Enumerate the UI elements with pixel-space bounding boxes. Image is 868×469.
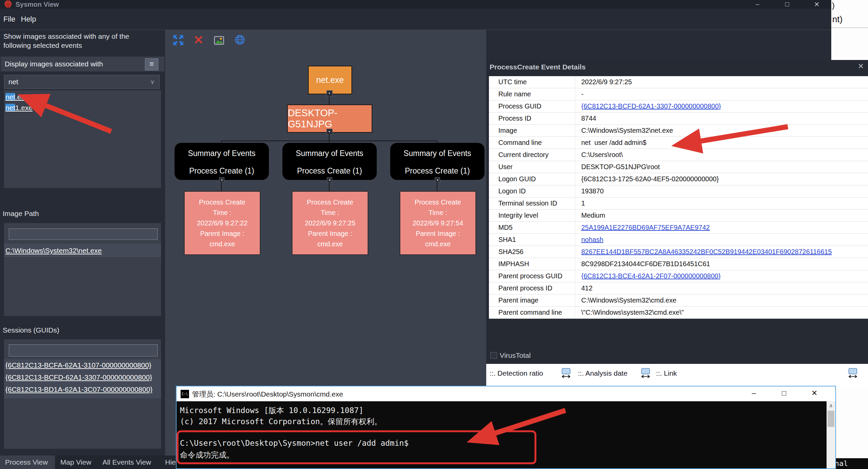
- row-value-link[interactable]: {6C812C13-BCFD-62A1-3307-000000000800}: [581, 100, 721, 112]
- cmd-scrollbar[interactable]: ∧: [827, 401, 835, 468]
- table-row: MD525A199A1E2276BD69AF75EF9A7AE9742: [489, 222, 868, 234]
- column-splitter-icon[interactable]: [641, 368, 651, 378]
- row-label: User: [498, 161, 575, 173]
- col-detection-ratio[interactable]: ::. Detection ratio: [490, 369, 543, 377]
- col-analysis-date[interactable]: ::. Analysis date: [578, 369, 627, 377]
- table-row: IMPHASH8C9298DF2134044CF6DE7B1D16451C61: [489, 258, 868, 270]
- tree-edge: [329, 134, 330, 141]
- row-label: Parent process ID: [498, 282, 575, 294]
- summary-title: Summary of Events: [390, 149, 485, 158]
- summary-count: Process Create (1): [390, 166, 485, 176]
- row-value: 193870: [581, 185, 604, 197]
- image-list-panel: net.exe net1.exe: [4, 90, 161, 188]
- row-label: SHA256: [498, 246, 575, 258]
- row-value: C:\Windows\System32\cmd.exe: [581, 294, 676, 306]
- app-maximize-button[interactable]: □: [780, 0, 794, 8]
- globe-icon[interactable]: [235, 34, 245, 45]
- tab-hierarchy-view[interactable]: Hie: [165, 458, 176, 466]
- image-link-rest: 1.exe: [15, 104, 32, 112]
- col-link[interactable]: ::. Link: [656, 369, 677, 377]
- tab-all-events-view[interactable]: All Events View: [102, 458, 151, 466]
- background-terminal-fragment: nal: [831, 458, 868, 469]
- row-value: 8744: [581, 113, 596, 124]
- virustotal-checkbox[interactable]: [490, 352, 497, 359]
- event-parent: cmd.exe: [400, 239, 475, 249]
- display-images-label: Display images associated with: [5, 60, 103, 68]
- tree-edge: [437, 182, 437, 191]
- summary-node[interactable]: Summary of Events Process Create (1): [282, 143, 377, 180]
- menu-file[interactable]: File: [3, 15, 15, 24]
- clear-x-icon[interactable]: ✕: [193, 33, 204, 47]
- cmd-close-button[interactable]: ✕: [808, 389, 821, 398]
- details-close-icon[interactable]: ✕: [858, 62, 864, 71]
- row-label: Parent image: [498, 294, 575, 306]
- menu-lines-icon: ≡: [150, 60, 154, 68]
- session-guid-link[interactable]: {6C812C13-BCFA-62A1-3107-000000000800}: [5, 361, 151, 369]
- image-filter-dropdown[interactable]: net ∨: [4, 75, 160, 89]
- expand-all-icon[interactable]: [173, 34, 184, 46]
- sessions-input[interactable]: [9, 344, 158, 356]
- image-link-net-exe[interactable]: net.exe: [5, 93, 29, 101]
- background-text-fragment: nt): [832, 14, 842, 25]
- tree-edge: [221, 182, 222, 191]
- image-icon[interactable]: [214, 35, 224, 46]
- connector: [327, 177, 332, 183]
- row-label: IMPHASH: [498, 258, 575, 270]
- event-time-label: Time :: [400, 208, 475, 218]
- app-title: Sysmon View: [16, 1, 59, 8]
- table-row: Command linenet user /add admin$: [489, 137, 868, 149]
- row-value: net user /add admin$: [581, 137, 646, 149]
- image-link-net1-exe[interactable]: net1.exe: [5, 104, 33, 112]
- row-value: -: [581, 88, 584, 100]
- summary-node[interactable]: Summary of Events Process Create (1): [390, 143, 485, 180]
- event-parent-label: Parent Image :: [292, 228, 368, 239]
- session-guid-link[interactable]: {6C812C13-BD1A-62A1-3C07-000000000800}: [5, 385, 153, 394]
- cmd-console[interactable]: Microsoft Windows [版本 10.0.16299.1087] (…: [177, 401, 827, 468]
- event-time: 2022/6/9 9:27:54: [400, 218, 475, 228]
- row-label: Rule name: [498, 88, 575, 100]
- row-label: SHA1: [498, 234, 575, 246]
- scroll-up-icon[interactable]: ∧: [827, 401, 835, 410]
- row-value-link[interactable]: nohash: [581, 234, 603, 246]
- row-label: Process ID: [498, 113, 575, 124]
- row-value: DESKTOP-G51NJPG\root: [581, 161, 660, 173]
- summary-node[interactable]: Summary of Events Process Create (1): [175, 143, 269, 180]
- cmd-titlebar: C:\ 管理员: C:\Users\root\Desktop\Sysmon\cm…: [177, 386, 835, 401]
- app-close-button[interactable]: ✕: [810, 0, 824, 8]
- event-node[interactable]: Process Create Time : 2022/6/9 9:27:54 P…: [400, 191, 476, 255]
- event-node[interactable]: Process Create Time : 2022/6/9 9:27:25 P…: [292, 191, 368, 255]
- tab-process-view[interactable]: Process View: [5, 458, 48, 466]
- row-value: \"C:\Windows\system32\cmd.exe\": [581, 307, 684, 318]
- console-prompt-line: C:\Users\root\Desktop\Sysmon>net user /a…: [180, 439, 409, 447]
- summary-title: Summary of Events: [175, 149, 269, 158]
- column-splitter-icon[interactable]: [561, 368, 571, 378]
- table-row: UserDESKTOP-G51NJPG\root: [489, 161, 868, 173]
- menu-help[interactable]: Help: [21, 15, 36, 24]
- sessions-label: Sessions (GUIDs): [3, 326, 59, 334]
- app-minimize-button[interactable]: –: [751, 0, 764, 8]
- column-splitter-icon[interactable]: [848, 368, 858, 378]
- table-row: Parent process GUID{6C812C13-BCE4-62A1-2…: [489, 270, 868, 282]
- row-label: Image: [498, 125, 575, 136]
- tab-map-view[interactable]: Map View: [60, 458, 91, 466]
- session-guid-link[interactable]: {6C812C13-BCFD-62A1-3307-000000000800}: [5, 373, 152, 381]
- display-images-bar: Display images associated with: [1, 57, 164, 71]
- row-value-link[interactable]: 8267EE144D1BF557BC2A8A46335242BF0C52B919…: [581, 246, 832, 258]
- row-value: 8C9298DF2134044CF6DE7B1D16451C61: [581, 258, 710, 270]
- connector: [435, 177, 440, 183]
- match-highlight: net: [5, 104, 15, 112]
- scrollbar-thumb[interactable]: [828, 411, 834, 427]
- image-path-input[interactable]: [9, 228, 158, 240]
- event-node[interactable]: Process Create Time : 2022/6/9 9:27:22 P…: [184, 191, 260, 255]
- event-parent: cmd.exe: [292, 239, 368, 249]
- row-value-link[interactable]: {6C812C13-BCE4-62A1-2F07-000000000800}: [581, 270, 721, 282]
- cmd-maximize-button[interactable]: □: [777, 389, 791, 398]
- row-value-link[interactable]: 25A199A1E2276BD69AF75EF9A7AE9742: [581, 222, 710, 233]
- tree-edge: [329, 182, 330, 191]
- display-options-button[interactable]: ≡: [145, 58, 158, 70]
- cmd-minimize-button[interactable]: –: [747, 389, 761, 398]
- cmd-title: 管理员: C:\Users\root\Desktop\Sysmon\cmd.ex…: [192, 389, 343, 399]
- image-path-link[interactable]: C:\Windows\System32\net.exe: [5, 247, 102, 255]
- event-parent: cmd.exe: [185, 239, 260, 249]
- row-value: 1: [581, 197, 585, 209]
